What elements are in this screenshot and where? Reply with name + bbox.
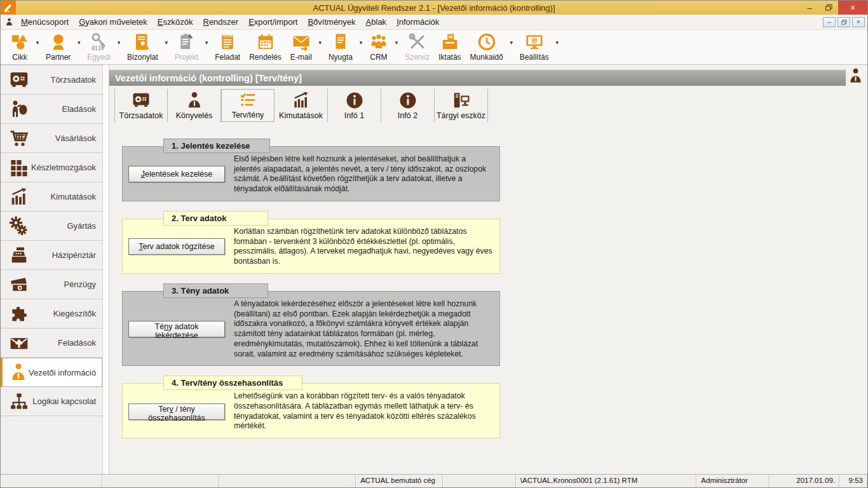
tab-strip: Törzsadatok Könyvelés Terv/tény [114, 89, 867, 122]
gears-icon [8, 216, 31, 236]
status-cell-company: ACTUAL bemutató cég [356, 475, 443, 487]
dropdown-arrow-icon[interactable]: ▾ [203, 39, 210, 46]
status-cell-empty-1 [1, 475, 102, 487]
teny-adatok-lekerdezese-button[interactable]: Tény adatok lekérdezése [128, 321, 225, 337]
menu-menucsoport[interactable]: Menücsoport [16, 16, 74, 28]
toolbar-item-email[interactable]: E-mail [286, 30, 316, 62]
section-2-description: Korlátlan számban rögzíthetünk terv adat… [234, 227, 493, 267]
partner-icon [49, 32, 68, 52]
sidebar-item-vezetoi-informacio[interactable]: Vezetői információ [1, 358, 102, 387]
section-2-legend: 2. Terv adatok [163, 211, 268, 226]
restore-icon[interactable] [819, 1, 838, 15]
info-icon [345, 91, 364, 110]
document-search-icon [133, 32, 152, 52]
status-cell-user: Adminisztrátor [696, 475, 770, 487]
people-group-icon [369, 32, 388, 52]
terv-adatok-rogzitese-button[interactable]: Terv adatok rögzítése [128, 238, 225, 255]
toolbar-item-munkaido[interactable]: Munkaidő [466, 30, 508, 62]
panels: 1. Jelentés kezelése Jelentések kezelése… [109, 122, 867, 438]
dropdown-arrow-icon[interactable]: ▾ [553, 39, 561, 46]
status-cell-database: \ACTUAL.Kronos0001 (2.1.61) RTM [516, 475, 697, 487]
dropdown-arrow-icon[interactable]: ▾ [393, 39, 400, 46]
menu-rendszer[interactable]: Rendszer [198, 16, 243, 28]
menu-ablak[interactable]: Ablak [361, 16, 392, 28]
sidebar-item-keszletmozgasok[interactable]: Készletmozgások [1, 153, 102, 182]
notepad-icon [218, 32, 237, 52]
sidebar-item-logikai-kapcsolat[interactable]: Logikai kapcsolat [1, 387, 102, 416]
section-1-description: Első lépésben létre kell hoznunk a jelen… [234, 154, 493, 194]
puzzle-icon [8, 304, 31, 324]
toolbar-item-beallitas[interactable]: Beállítás [515, 30, 553, 62]
menu-informaciok[interactable]: Információk [391, 16, 444, 28]
manager-icon [8, 362, 29, 383]
tab-info-1[interactable]: Infó 1 [328, 89, 381, 122]
dropdown-arrow-icon[interactable]: ▾ [508, 39, 515, 46]
clock-icon [477, 32, 496, 52]
jelentesek-kezelese-button[interactable]: Jelentések kezelése [128, 166, 225, 182]
mdi-close-icon[interactable]: × [852, 17, 865, 27]
menu-eszkozok[interactable]: Eszközök [153, 16, 198, 28]
mdi-restore-icon[interactable] [837, 17, 850, 27]
cash-register-icon [8, 245, 31, 266]
menu-bovitmenyek[interactable]: Bővítmények [302, 16, 360, 28]
menu-export-import[interactable]: Export/import [243, 16, 302, 28]
toolbar-item-bizonylat[interactable]: Bizonylat [123, 30, 163, 62]
sidebar-item-kimutatasok[interactable]: Kimutatások [1, 182, 102, 212]
tab-kimutatasok[interactable]: Kimutatások [275, 89, 328, 122]
sidebar-item-hazipenztar[interactable]: Házipénztár [1, 241, 102, 270]
bar-chart-icon [292, 91, 311, 110]
hierarchy-icon [8, 391, 31, 412]
menu-gyakori-muveletek[interactable]: Gyakori műveletek [74, 16, 153, 28]
toolbar-item-cikk[interactable]: Cikk [6, 30, 34, 62]
application-window: ACTUAL Ügyviteli Rendszer 2.1 - [Vezetői… [0, 0, 868, 488]
cart-icon [8, 128, 31, 149]
status-cell-date: 2017.01.09. [770, 475, 839, 487]
toolbar-item-iktatas[interactable]: Iktatás [434, 30, 465, 62]
info-icon [398, 91, 417, 110]
dropdown-arrow-icon[interactable]: ▾ [163, 39, 170, 46]
dropdown-arrow-icon[interactable]: ▾ [115, 39, 123, 46]
sidebar-item-eladasok[interactable]: Eladások [1, 95, 102, 124]
calendar-icon [256, 32, 275, 52]
tab-konyveles[interactable]: Könyvelés [168, 89, 221, 122]
safe-icon [132, 91, 151, 110]
mdi-minimize-icon[interactable]: – [823, 17, 836, 27]
section-terv-teny-osszehasonlitas: 4. Terv/tény összehasonlítás Terv / tény… [122, 383, 500, 438]
close-icon[interactable]: × [838, 1, 867, 15]
quill-logo-icon [1, 1, 16, 15]
email-icon [292, 32, 311, 52]
terv-teny-osszehasonlitas-button[interactable]: Terv / tény összehasonlítás [128, 403, 225, 420]
toolbar-item-partner[interactable]: Partner [41, 30, 75, 62]
status-cell-empty-3 [219, 475, 356, 487]
toolbar-item-nyugta[interactable]: Nyugta [324, 30, 357, 62]
toolbar-item-rendeles[interactable]: Rendelés [245, 30, 286, 62]
tab-info-2[interactable]: Infó 2 [381, 89, 435, 122]
sidebar-item-feladasok[interactable]: Feladások [1, 329, 102, 358]
toolbar-item-feladat[interactable]: Feladat [210, 30, 245, 62]
section-3-legend: 3. Tény adatok [163, 283, 268, 298]
tab-terv-teny[interactable]: Terv/tény [221, 89, 275, 122]
sidebar-item-torzsadatok[interactable]: Törzsadatok [1, 65, 102, 95]
user-icon [5, 17, 13, 27]
status-cell-empty-4 [443, 475, 516, 487]
toolbar-item-szerviz: Szerviz [400, 30, 434, 62]
sidebar-item-vasarlasok[interactable]: Vásárlások [1, 124, 102, 153]
bar-chart-icon [8, 187, 31, 207]
archive-icon [440, 32, 459, 52]
dropdown-arrow-icon[interactable]: ▾ [357, 39, 365, 46]
minimize-icon[interactable]: – [800, 1, 819, 15]
sidebar-item-penzugy[interactable]: Pénzügy [1, 270, 102, 299]
manager-icon[interactable] [847, 67, 864, 85]
tab-targyi-eszkoz[interactable]: Tárgyi eszköz [435, 89, 488, 122]
shapes-icon [10, 32, 29, 52]
tab-torzsadatok[interactable]: Törzsadatok [114, 89, 168, 122]
key-0110-icon: 0110 [90, 32, 109, 52]
dropdown-arrow-icon[interactable]: ▾ [75, 39, 83, 46]
sidebar-item-gyartas[interactable]: Gyártás [1, 212, 102, 241]
status-cell-time: 9:53 [839, 475, 867, 487]
toolbar-item-crm[interactable]: CRM [365, 30, 393, 62]
dropdown-arrow-icon[interactable]: ▾ [316, 39, 324, 46]
sidebar-scrollbar[interactable] [102, 65, 109, 474]
sidebar-item-kiegeszitok[interactable]: Kiegészítők [1, 299, 102, 329]
dropdown-arrow-icon[interactable]: ▾ [34, 39, 41, 46]
